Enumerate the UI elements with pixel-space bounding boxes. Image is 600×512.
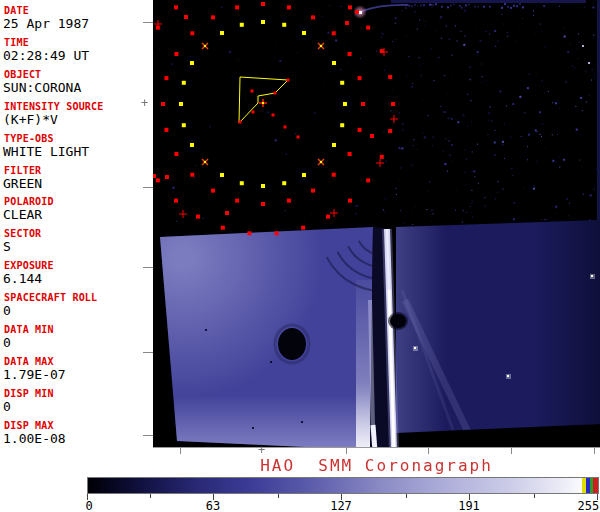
colorbar xyxy=(87,477,599,494)
left-axis-tick xyxy=(143,352,153,353)
field-value-data-min: 0 xyxy=(3,335,11,350)
field-label-polaroid: POLAROID xyxy=(4,196,54,207)
sun-center-marker xyxy=(259,99,267,107)
colorbar-tick-label: 191 xyxy=(458,499,480,512)
field-value-disp-min: 0 xyxy=(3,399,11,414)
field-value-time: 02:28:49 UT xyxy=(3,48,89,63)
field-value-filter: GREEN xyxy=(3,176,42,191)
image-bottom-axis-line xyxy=(153,447,600,448)
field-label-intensity-source: INTENSITY SOURCE xyxy=(4,101,104,112)
field-value-object: SUN:CORONA xyxy=(3,80,81,95)
field-value-polaroid: CLEAR xyxy=(3,207,42,222)
colorbar-tick-label: 63 xyxy=(206,499,220,512)
fiducial-overlay xyxy=(153,0,600,447)
colorbar-minor-tick xyxy=(278,494,279,498)
colorbar-tick-label: 0 xyxy=(86,499,93,512)
page-title: HAO SMM Coronagraph xyxy=(153,456,600,475)
field-label-disp-max: DISP MAX xyxy=(4,420,54,431)
left-axis-tick xyxy=(143,22,153,23)
bottom-axis-tick xyxy=(511,448,512,454)
colorbar-gradient xyxy=(88,478,598,493)
bottom-axis-tick xyxy=(346,448,347,454)
field-value-exposure: 6.144 xyxy=(3,271,42,286)
metadata-sidebar: DATE25 Apr 1987TIME02:28:49 UTOBJECTSUN:… xyxy=(0,0,153,512)
field-label-disp-min: DISP MIN xyxy=(4,388,54,399)
left-axis-center-tick: + xyxy=(141,97,148,109)
left-axis-tick xyxy=(143,267,153,268)
colorbar-minor-tick xyxy=(150,494,151,498)
coronagraph-viewer: { "window": {"width": 600, "height": 512… xyxy=(0,0,600,512)
polygon-vertex-dots xyxy=(239,79,300,139)
field-label-sector: SECTOR xyxy=(4,228,41,239)
bottom-axis-tick xyxy=(594,448,595,454)
field-label-type-obs: TYPE-OBS xyxy=(4,133,54,144)
coronagraph-image-area xyxy=(153,0,600,447)
field-label-filter: FILTER xyxy=(4,165,41,176)
outer-red-ring xyxy=(156,5,395,235)
field-label-exposure: EXPOSURE xyxy=(4,260,54,271)
colorbar-tick-label: 127 xyxy=(330,499,352,512)
field-label-data-min: DATA MIN xyxy=(4,324,54,335)
field-value-type-obs: WHITE LIGHT xyxy=(3,144,89,159)
field-label-data-max: DATA MAX xyxy=(4,356,54,367)
bottom-axis-tick xyxy=(180,448,181,454)
field-label-spacecraft-roll: SPACECRAFT ROLL xyxy=(4,292,97,303)
field-value-date: 25 Apr 1987 xyxy=(3,16,89,31)
field-value-disp-max: 1.00E-08 xyxy=(3,431,66,446)
field-label-object: OBJECT xyxy=(4,69,41,80)
field-value-spacecraft-roll: 0 xyxy=(3,303,11,318)
field-value-intensity-source: (K+F)*V xyxy=(3,112,58,127)
field-label-date: DATE xyxy=(4,5,29,16)
colorbar-minor-tick xyxy=(406,494,407,498)
colorbar-stripe-3 xyxy=(593,478,598,493)
left-axis-tick xyxy=(143,435,153,436)
bottom-axis-center-tick: + xyxy=(258,444,265,456)
colorbar-tick-label: 255 xyxy=(577,499,599,512)
red-cross-marks xyxy=(154,20,398,218)
bottom-axis-tick xyxy=(428,448,429,454)
field-value-sector: S xyxy=(3,239,11,254)
colorbar-minor-tick xyxy=(534,494,535,498)
left-axis-tick xyxy=(143,187,153,188)
field-value-data-max: 1.79E-07 xyxy=(3,367,66,382)
field-label-time: TIME xyxy=(4,37,29,48)
